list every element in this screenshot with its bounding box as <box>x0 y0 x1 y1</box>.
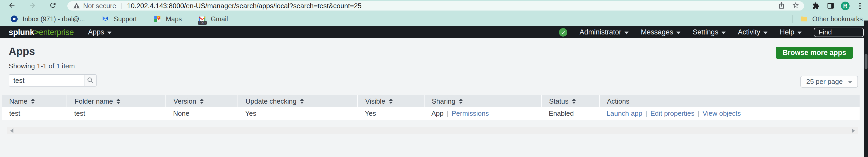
browser-toolbar: Not secure 10.202.4.143:8000/en-US/manag… <box>0 0 868 11</box>
column-header-version[interactable]: Version <box>166 95 238 107</box>
permissions-link[interactable]: Permissions <box>452 109 489 117</box>
bookmark-label: Gmail <box>211 15 228 23</box>
share-icon[interactable] <box>778 2 785 10</box>
bookmark-inbox[interactable]: Inbox (971) - rbal@... <box>10 15 85 23</box>
status-check-icon[interactable] <box>559 28 567 36</box>
support-icon <box>102 15 109 23</box>
bookmark-gmail[interactable]: 100+ Gmail <box>198 15 228 23</box>
apps-table: Name Folder name Version Update checking… <box>2 95 860 120</box>
chevron-down-icon <box>676 32 680 34</box>
cell-sharing: App|Permissions <box>424 107 541 120</box>
cell-update-checking: Yes <box>238 107 358 120</box>
chevron-down-icon <box>721 32 726 34</box>
per-page-dropdown[interactable]: 25 per page <box>800 76 858 88</box>
column-header-visible[interactable]: Visible <box>358 95 424 107</box>
back-button[interactable] <box>7 1 17 11</box>
chevron-down-icon <box>798 32 802 34</box>
sort-icon <box>200 99 204 104</box>
results-count: Showing 1-1 of 1 item <box>9 62 868 70</box>
scroll-right-icon[interactable] <box>852 128 855 133</box>
side-panel-icon[interactable] <box>826 1 835 10</box>
administrator-menu-label: Administrator <box>580 28 621 36</box>
other-bookmarks-label: Other bookmarks <box>812 15 863 23</box>
horizontal-scrollbar[interactable] <box>7 127 858 134</box>
per-page-label: 25 per page <box>806 77 843 86</box>
splunk-logo[interactable]: splunk>enterprise <box>9 28 74 37</box>
column-header-update-checking[interactable]: Update checking <box>238 95 358 107</box>
url-text[interactable]: 10.202.4.143:8000/en-US/manager/search/a… <box>127 2 774 10</box>
bookmarks-bar: Inbox (971) - rbal@... Support Maps 100+… <box>0 11 868 26</box>
search-button[interactable] <box>85 74 96 87</box>
cell-name: test <box>2 107 67 120</box>
bookmark-support[interactable]: Support <box>102 15 137 23</box>
apps-menu-label: Apps <box>88 28 104 36</box>
column-header-status[interactable]: Status <box>541 95 599 107</box>
forward-button[interactable] <box>27 1 37 11</box>
table-header-row: Name Folder name Version Update checking… <box>2 95 860 107</box>
bookmark-star-icon[interactable] <box>792 2 799 10</box>
edit-properties-link[interactable]: Edit properties <box>650 109 695 117</box>
sort-icon <box>572 99 576 104</box>
chevron-down-icon <box>848 81 852 84</box>
bookmark-label: Maps <box>166 15 182 23</box>
browse-more-apps-button[interactable]: Browse more apps <box>776 47 853 59</box>
table-row: test test None Yes Yes App|Permissions E… <box>2 107 860 120</box>
sort-icon <box>117 99 120 104</box>
cell-status: Enabled <box>541 107 599 120</box>
sort-icon <box>31 99 35 104</box>
sort-icon <box>300 99 304 104</box>
not-secure-label[interactable]: Not secure <box>83 2 116 10</box>
search-icon <box>87 77 94 85</box>
gmail-unread-badge: 100+ <box>198 21 207 25</box>
find-input[interactable] <box>814 28 864 37</box>
activity-menu[interactable]: Activity <box>738 28 768 36</box>
administrator-menu[interactable]: Administrator <box>580 28 629 36</box>
chevron-down-icon <box>624 32 629 34</box>
column-header-sharing[interactable]: Sharing <box>424 95 541 107</box>
folder-icon <box>800 15 807 23</box>
scrollbar-thumb[interactable] <box>865 54 867 69</box>
apps-menu[interactable]: Apps <box>88 28 112 36</box>
address-bar[interactable]: Not secure 10.202.4.143:8000/en-US/manag… <box>67 1 804 10</box>
chevron-down-icon <box>107 32 112 34</box>
reload-icon <box>49 1 57 10</box>
cell-folder-name: test <box>67 107 166 120</box>
forward-icon <box>28 1 36 10</box>
reload-button[interactable] <box>48 1 58 11</box>
help-menu[interactable]: Help <box>780 28 802 36</box>
activity-menu-label: Activity <box>738 28 761 36</box>
browser-window: Not secure 10.202.4.143:8000/en-US/manag… <box>0 0 868 157</box>
cell-version: None <box>166 107 238 120</box>
column-header-name[interactable]: Name <box>2 95 67 107</box>
gmail-icon: 100+ <box>198 15 206 23</box>
bookmarks-divider <box>793 15 793 23</box>
maps-icon <box>154 15 161 23</box>
column-header-folder-name[interactable]: Folder name <box>67 95 166 107</box>
scroll-left-icon[interactable] <box>10 128 13 133</box>
chrome-menu-icon[interactable] <box>856 1 864 10</box>
outlook-icon <box>10 15 18 23</box>
other-bookmarks-button[interactable]: Other bookmarks <box>800 15 863 23</box>
column-header-actions: Actions <box>599 95 860 107</box>
help-menu-label: Help <box>780 28 794 36</box>
search-input[interactable] <box>9 74 85 87</box>
not-secure-icon <box>73 2 80 9</box>
settings-menu[interactable]: Settings <box>692 28 726 36</box>
messages-menu-label: Messages <box>641 28 673 36</box>
messages-menu[interactable]: Messages <box>641 28 680 36</box>
back-icon <box>8 1 16 10</box>
sharing-type: App <box>431 109 443 117</box>
profile-avatar[interactable]: R <box>841 2 849 10</box>
cell-visible: Yes <box>358 107 424 120</box>
view-objects-link[interactable]: View objects <box>703 109 741 117</box>
page-title: Apps <box>9 38 868 57</box>
sort-icon <box>389 99 393 104</box>
sort-icon <box>459 99 463 104</box>
cell-actions: Launch app|Edit properties|View objects <box>599 107 860 120</box>
bookmark-maps[interactable]: Maps <box>154 15 182 23</box>
vertical-scrollbar[interactable] <box>864 21 868 157</box>
launch-app-link[interactable]: Launch app <box>607 109 642 117</box>
settings-menu-label: Settings <box>692 28 718 36</box>
extensions-icon[interactable] <box>811 1 820 10</box>
splunk-navbar: splunk>enterprise Apps Administrator Mes… <box>0 26 868 38</box>
